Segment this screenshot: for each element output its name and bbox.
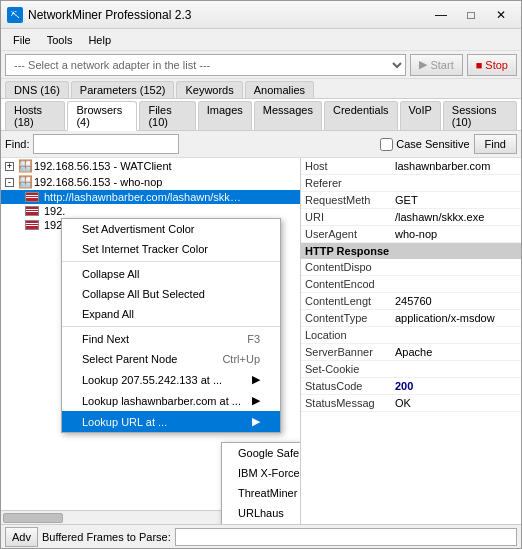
resp-key-7: StatusCode xyxy=(301,378,391,394)
ctx-find-next[interactable]: Find Next F3 xyxy=(62,329,280,349)
tab-hosts[interactable]: Hosts (18) xyxy=(5,101,65,130)
ctx-label-7: Lookup 207.55.242.133 at ... xyxy=(82,374,222,386)
start-button[interactable]: ▶ Start xyxy=(410,54,462,76)
find-input[interactable] xyxy=(33,134,179,154)
os-icon-0: 🪟 xyxy=(18,159,32,173)
key-referer: Referer xyxy=(301,175,391,191)
tab-keywords[interactable]: Keywords xyxy=(176,81,242,98)
sub-urlhaus[interactable]: URLhaus xyxy=(222,503,301,523)
flag-icon-4 xyxy=(25,220,39,230)
ctx-arrow-9: ▶ xyxy=(252,415,260,428)
tab-dns[interactable]: DNS (16) xyxy=(5,81,69,98)
sub-urlquery[interactable]: UrlQuery xyxy=(222,523,301,524)
ctx-label-0: Set Advertisment Color xyxy=(82,223,195,235)
tree-item-1[interactable]: - 🪟 192.168.56.153 - who-nop xyxy=(1,174,300,190)
tree-label-1: 192.168.56.153 - who-nop xyxy=(34,176,162,188)
maximize-button[interactable]: □ xyxy=(457,4,485,26)
menu-tools[interactable]: Tools xyxy=(39,32,81,48)
adapter-dropdown[interactable]: --- Select a network adapter in the list… xyxy=(5,54,406,76)
ctx-expand-all[interactable]: Expand All xyxy=(62,304,280,324)
resp-val-8: OK xyxy=(391,395,415,411)
resp-key-8: StatusMessag xyxy=(301,395,391,411)
stop-button[interactable]: ■ Stop xyxy=(467,54,517,76)
resp-row-1: ContentEncod xyxy=(301,276,521,293)
tree-container: + 🪟 192.168.56.153 - WATClient - 🪟 192.1… xyxy=(1,158,300,524)
tabs-row1: DNS (16) Parameters (152) Keywords Anoma… xyxy=(1,79,521,99)
resp-key-0: ContentDispo xyxy=(301,259,391,275)
ctx-collapse-all[interactable]: Collapse All xyxy=(62,264,280,284)
detail-row-uri: URI /lashawn/skkx.exe xyxy=(301,209,521,226)
tab-messages[interactable]: Messages xyxy=(254,101,322,130)
expand-icon-0[interactable]: + xyxy=(5,162,14,171)
tree-label-2: http://lashawnbarber.com/lashawn/skkx.ex… xyxy=(44,191,244,203)
resp-row-2: ContentLengt 245760 xyxy=(301,293,521,310)
ctx-arrow-8: ▶ xyxy=(252,394,260,407)
tab-files[interactable]: Files (10) xyxy=(139,101,195,130)
find-bar: Find: Case Sensitive Find xyxy=(1,131,521,158)
resp-key-3: ContentType xyxy=(301,310,391,326)
adv-button[interactable]: Adv xyxy=(5,527,38,547)
resp-key-4: Location xyxy=(301,327,391,343)
minimize-button[interactable]: — xyxy=(427,4,455,26)
tab-browsers[interactable]: Browsers (4) xyxy=(67,101,137,131)
key-host: Host xyxy=(301,158,391,174)
resp-row-0: ContentDispo xyxy=(301,259,521,276)
ctx-lookup-ip[interactable]: Lookup 207.55.242.133 at ... ▶ xyxy=(62,369,280,390)
find-button[interactable]: Find xyxy=(474,134,517,154)
tree-item-3[interactable]: 192. xyxy=(1,204,300,218)
tab-voip[interactable]: VoIP xyxy=(400,101,441,130)
ctx-select-parent[interactable]: Select Parent Node Ctrl+Up xyxy=(62,349,280,369)
flag-icon-2 xyxy=(25,192,39,202)
resp-val-3: application/x-msdow xyxy=(391,310,499,326)
tab-credentials[interactable]: Credentials xyxy=(324,101,398,130)
ctx-shortcut-6: Ctrl+Up xyxy=(222,353,260,365)
sub-google[interactable]: Google Safe Browsing xyxy=(222,443,301,463)
resp-val-1 xyxy=(391,276,399,292)
ctx-label-4: Expand All xyxy=(82,308,134,320)
key-useragent: UserAgent xyxy=(301,226,391,242)
tab-anomalies[interactable]: Anomalies xyxy=(245,81,314,98)
menu-bar: File Tools Help xyxy=(1,29,521,51)
close-button[interactable]: ✕ xyxy=(487,4,515,26)
tab-parameters[interactable]: Parameters (152) xyxy=(71,81,175,98)
resp-key-2: ContentLengt xyxy=(301,293,391,309)
ctx-lookup-url[interactable]: Lookup URL at ... ▶ xyxy=(62,411,280,432)
resp-row-6: Set-Cookie xyxy=(301,361,521,378)
key-uri: URI xyxy=(301,209,391,225)
status-bar: Adv Buffered Frames to Parse: xyxy=(1,524,521,548)
sub-threatminer[interactable]: ThreatMiner xyxy=(222,483,301,503)
ctx-set-tracker-color[interactable]: Set Internet Tracker Color xyxy=(62,239,280,259)
menu-help[interactable]: Help xyxy=(80,32,119,48)
resp-val-0 xyxy=(391,259,399,275)
tree-item-2[interactable]: http://lashawnbarber.com/lashawn/skkx.ex… xyxy=(1,190,300,204)
buffered-frames-input[interactable] xyxy=(175,528,517,546)
ctx-collapse-but-selected[interactable]: Collapse All But Selected xyxy=(62,284,280,304)
resp-val-2: 245760 xyxy=(391,293,436,309)
ctx-label-2: Collapse All xyxy=(82,268,139,280)
case-sensitive-checkbox[interactable] xyxy=(380,138,393,151)
menu-file[interactable]: File xyxy=(5,32,39,48)
resp-val-5: Apache xyxy=(391,344,436,360)
ctx-label-9: Lookup URL at ... xyxy=(82,416,167,428)
tab-sessions[interactable]: Sessions (10) xyxy=(443,101,517,130)
resp-key-6: Set-Cookie xyxy=(301,361,391,377)
tree-item-0[interactable]: + 🪟 192.168.56.153 - WATClient xyxy=(1,158,300,174)
ctx-set-ad-color[interactable]: Set Advertisment Color xyxy=(62,219,280,239)
detail-row-useragent: UserAgent who-nop xyxy=(301,226,521,243)
start-icon: ▶ xyxy=(419,58,427,71)
ctx-label-5: Find Next xyxy=(82,333,129,345)
ctx-arrow-7: ▶ xyxy=(252,373,260,386)
sub-ibm[interactable]: IBM X-Force Exchange xyxy=(222,463,301,483)
find-label: Find: xyxy=(5,138,29,150)
title-bar: ⛏ NetworkMiner Professional 2.3 — □ ✕ xyxy=(1,1,521,29)
ctx-lookup-domain[interactable]: Lookup lashawnbarber.com at ... ▶ xyxy=(62,390,280,411)
resp-row-4: Location xyxy=(301,327,521,344)
key-method: RequestMeth xyxy=(301,192,391,208)
resp-key-1: ContentEncod xyxy=(301,276,391,292)
hscroll-thumb[interactable] xyxy=(3,513,63,523)
resp-row-8: StatusMessag OK xyxy=(301,395,521,412)
detail-scroll[interactable]: Host lashawnbarber.com Referer RequestMe… xyxy=(301,158,521,524)
expand-icon-1[interactable]: - xyxy=(5,178,14,187)
detail-row-host: Host lashawnbarber.com xyxy=(301,158,521,175)
tab-images[interactable]: Images xyxy=(198,101,252,130)
